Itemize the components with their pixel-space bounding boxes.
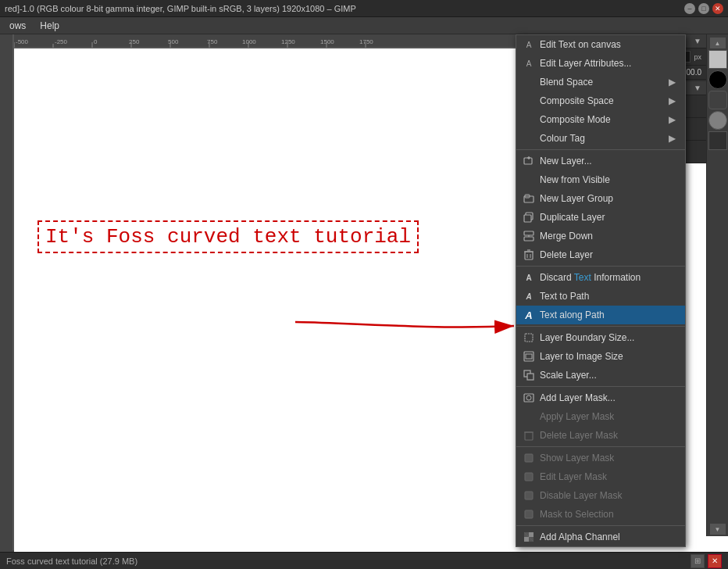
- ctx-delete-layer[interactable]: Delete Layer: [516, 245, 685, 264]
- ctx-blend-space[interactable]: Blend Space ▶: [516, 73, 685, 91]
- edit-mask-icon: [523, 471, 535, 483]
- svg-rect-40: [525, 334, 533, 342]
- ctx-composite-space[interactable]: Composite Space ▶: [516, 91, 685, 110]
- status-btn-1[interactable]: ⊞: [691, 554, 705, 568]
- svg-text:750: 750: [207, 38, 218, 45]
- apply-mask-icon: [523, 410, 535, 423]
- status-btn-2[interactable]: ✕: [708, 554, 722, 568]
- canvas-text-content: It's Foss curved text tutorial: [45, 225, 411, 249]
- ctx-apply-layer-mask: Apply Layer Mask: [516, 407, 685, 426]
- ctx-label: Text along Path: [540, 310, 605, 320]
- submenu-arrow: ▶: [669, 133, 676, 144]
- ctx-disable-layer-mask: Disable Layer Mask: [516, 486, 685, 505]
- ctx-edit-layer-mask: Edit Layer Mask: [516, 467, 685, 486]
- svg-rect-52: [525, 510, 533, 518]
- ctx-label: Composite Space: [540, 95, 614, 106]
- ctx-discard-text-info[interactable]: A Discard Text Information: [516, 268, 685, 287]
- ctx-composite-mode[interactable]: Composite Mode ▶: [516, 110, 685, 129]
- ctx-separator-4: [516, 386, 685, 387]
- ctx-new-layer-group[interactable]: New Layer Group: [516, 189, 685, 208]
- ctx-new-layer[interactable]: New Layer...: [516, 152, 685, 170]
- ctx-edit-layer-attributes[interactable]: A Edit Layer Attributes...: [516, 54, 685, 73]
- svg-text:-250: -250: [55, 38, 68, 45]
- brush-swatch-4[interactable]: [708, 111, 727, 130]
- maximize-button[interactable]: □: [698, 3, 709, 14]
- ctx-delete-layer-mask: Delete Layer Mask: [516, 426, 685, 445]
- collapse-icon[interactable]: ▼: [694, 37, 701, 45]
- layers-collapse[interactable]: ▼: [694, 84, 701, 92]
- scale-icon: [523, 369, 535, 381]
- ctx-layer-to-image-size[interactable]: Layer to Image Size: [516, 347, 685, 366]
- ctx-new-from-visible[interactable]: New from Visible: [516, 170, 685, 189]
- svg-text:1000: 1000: [242, 38, 256, 45]
- delete-mask-icon: [523, 429, 535, 442]
- minimize-button[interactable]: –: [684, 3, 695, 14]
- ctx-text-along-path[interactable]: A Text along Path: [516, 306, 685, 324]
- pointer-arrow: [287, 291, 537, 353]
- ctx-label: New Layer Group: [540, 193, 613, 204]
- svg-text:1250: 1250: [281, 38, 295, 45]
- ctx-merge-down[interactable]: Merge Down: [516, 227, 685, 245]
- submenu-arrow: ▶: [669, 77, 676, 88]
- ctx-label: New from Visible: [540, 174, 610, 185]
- ctx-label: Disable Layer Mask: [540, 490, 622, 501]
- svg-point-46: [526, 395, 531, 400]
- title-bar: red]-1.0 (RGB colour 8-bit gamma integer…: [0, 0, 728, 17]
- menu-bar: ows Help: [0, 17, 728, 34]
- ctx-colour-tag[interactable]: Colour Tag ▶: [516, 129, 685, 148]
- ctx-duplicate-layer[interactable]: Duplicate Layer: [516, 208, 685, 227]
- ctx-label: Duplicate Layer: [540, 212, 605, 223]
- ctx-add-layer-mask[interactable]: Add Layer Mask...: [516, 388, 685, 407]
- scroll-down-btn[interactable]: ▼: [710, 524, 726, 535]
- svg-rect-28: [524, 196, 534, 202]
- ctx-label: Blend Space: [540, 77, 593, 88]
- ctx-label: Edit Layer Mask: [540, 471, 607, 482]
- status-text: Foss curved text tutorial (27.9 MB): [6, 556, 137, 566]
- ctx-separator-1: [516, 149, 685, 150]
- ctx-label: Add Alpha Channel: [540, 531, 620, 542]
- ctx-separator-5: [516, 446, 685, 447]
- ctx-label: Discard Text Information: [540, 272, 641, 283]
- svg-rect-31: [524, 215, 531, 222]
- scroll-up-btn[interactable]: ▲: [710, 38, 726, 48]
- ctx-layer-boundary-size[interactable]: Layer Boundary Size...: [516, 328, 685, 347]
- ctx-text-to-path[interactable]: A Text to Path: [516, 287, 685, 306]
- ctx-label: Edit Layer Attributes...: [540, 58, 631, 69]
- menu-help[interactable]: Help: [34, 19, 66, 33]
- ctx-scale-layer[interactable]: Scale Layer...: [516, 366, 685, 385]
- new-from-visible-icon: [523, 174, 535, 186]
- ctx-label: Composite Mode: [540, 114, 611, 125]
- svg-text:-500: -500: [16, 38, 29, 45]
- ctx-edit-text-on-canvas[interactable]: A Edit Text on canvas: [516, 35, 685, 54]
- ctx-add-alpha-channel[interactable]: Add Alpha Channel: [516, 528, 685, 546]
- colour-tag-icon: [523, 132, 535, 145]
- brush-swatch-3[interactable]: [708, 91, 727, 109]
- blend-space-icon: [523, 76, 535, 88]
- close-button[interactable]: ✕: [712, 3, 723, 14]
- main-area: -500 -250 0 250 500 750 1000 1250 1500 1…: [0, 34, 728, 553]
- context-menu: A Edit Text on canvas A Edit Layer Attri…: [516, 34, 686, 547]
- brush-swatch-1[interactable]: [708, 50, 727, 69]
- text-to-path-icon: A: [523, 290, 535, 302]
- status-right-buttons: ⊞ ✕: [691, 554, 722, 568]
- ctx-label: Mask to Selection: [540, 509, 614, 520]
- duplicate-icon: [523, 211, 535, 224]
- ctx-show-layer-mask: Show Layer Mask: [516, 449, 685, 467]
- svg-text:1750: 1750: [359, 38, 373, 45]
- mask-sel-icon: [523, 508, 535, 521]
- new-group-icon: [523, 192, 535, 205]
- ruler-vertical: [0, 34, 14, 553]
- brush-swatch-5[interactable]: [708, 131, 727, 150]
- mask-add-icon: [523, 392, 535, 404]
- layer-image-icon: [523, 350, 535, 363]
- menu-windows[interactable]: ows: [3, 19, 32, 33]
- delete-layer-icon: [523, 249, 535, 261]
- ctx-label: Add Layer Mask...: [540, 392, 616, 403]
- ctx-label: Show Layer Mask: [540, 453, 614, 463]
- ctx-label: Delete Layer Mask: [540, 430, 618, 441]
- ruler-svg: -500 -250 0 250 500 750 1000 1250 1500 1…: [14, 34, 561, 48]
- svg-rect-50: [525, 473, 533, 481]
- ctx-label: Scale Layer...: [540, 370, 597, 381]
- svg-text:0: 0: [94, 38, 98, 45]
- brush-swatch-2[interactable]: [708, 70, 727, 89]
